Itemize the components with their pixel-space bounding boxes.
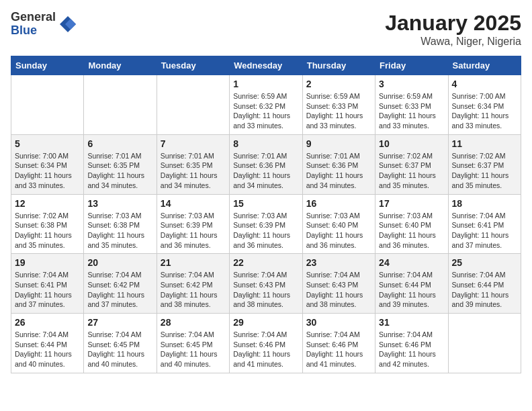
day-number: 19 xyxy=(15,257,80,268)
calendar-cell: 3Sunrise: 6:59 AM Sunset: 6:33 PM Daylig… xyxy=(375,75,448,135)
location: Wawa, Niger, Nigeria xyxy=(385,36,521,48)
day-info: Sunrise: 7:03 AM Sunset: 6:40 PM Dayligh… xyxy=(306,211,371,250)
calendar-cell: 22Sunrise: 7:04 AM Sunset: 6:43 PM Dayli… xyxy=(230,254,302,314)
calendar-cell: 30Sunrise: 7:04 AM Sunset: 6:46 PM Dayli… xyxy=(302,314,375,373)
day-info: Sunrise: 6:59 AM Sunset: 6:33 PM Dayligh… xyxy=(379,91,444,131)
weekday-header-row: SundayMondayTuesdayWednesdayThursdayFrid… xyxy=(11,56,521,75)
day-number: 24 xyxy=(379,257,444,268)
day-number: 25 xyxy=(452,257,517,268)
title-area: January 2025 Wawa, Niger, Nigeria xyxy=(385,11,521,48)
page-header: General Blue January 2025 Wawa, Niger, N… xyxy=(11,11,521,48)
day-number: 23 xyxy=(306,257,371,268)
day-number: 6 xyxy=(87,138,152,149)
day-number: 9 xyxy=(306,138,371,149)
logo-general: General xyxy=(11,11,56,24)
day-number: 21 xyxy=(161,257,226,268)
day-info: Sunrise: 7:04 AM Sunset: 6:44 PM Dayligh… xyxy=(452,270,517,310)
day-number: 11 xyxy=(452,138,517,149)
day-info: Sunrise: 7:04 AM Sunset: 6:43 PM Dayligh… xyxy=(233,270,298,310)
day-info: Sunrise: 7:04 AM Sunset: 6:43 PM Dayligh… xyxy=(306,270,371,310)
calendar-cell: 12Sunrise: 7:02 AM Sunset: 6:38 PM Dayli… xyxy=(11,194,84,254)
day-info: Sunrise: 7:02 AM Sunset: 6:37 PM Dayligh… xyxy=(379,151,444,191)
day-info: Sunrise: 7:04 AM Sunset: 6:41 PM Dayligh… xyxy=(452,211,517,250)
calendar-week-3: 12Sunrise: 7:02 AM Sunset: 6:38 PM Dayli… xyxy=(11,194,521,254)
calendar-cell: 2Sunrise: 6:59 AM Sunset: 6:33 PM Daylig… xyxy=(302,75,375,135)
day-info: Sunrise: 7:01 AM Sunset: 6:36 PM Dayligh… xyxy=(233,151,298,191)
calendar-cell: 15Sunrise: 7:03 AM Sunset: 6:39 PM Dayli… xyxy=(230,194,302,254)
calendar-cell: 29Sunrise: 7:04 AM Sunset: 6:46 PM Dayli… xyxy=(230,314,302,373)
day-number: 4 xyxy=(452,79,517,89)
day-info: Sunrise: 6:59 AM Sunset: 6:32 PM Dayligh… xyxy=(233,91,298,131)
day-number: 7 xyxy=(161,138,226,149)
day-info: Sunrise: 7:03 AM Sunset: 6:40 PM Dayligh… xyxy=(379,211,444,250)
day-info: Sunrise: 7:04 AM Sunset: 6:44 PM Dayligh… xyxy=(379,270,444,310)
calendar-cell: 26Sunrise: 7:04 AM Sunset: 6:44 PM Dayli… xyxy=(11,314,84,373)
day-info: Sunrise: 6:59 AM Sunset: 6:33 PM Dayligh… xyxy=(306,91,371,131)
month-title: January 2025 xyxy=(385,11,521,36)
calendar-cell: 4Sunrise: 7:00 AM Sunset: 6:34 PM Daylig… xyxy=(448,75,521,135)
day-number: 17 xyxy=(379,198,444,209)
day-number: 30 xyxy=(306,317,371,328)
day-number: 22 xyxy=(233,257,298,268)
day-number: 16 xyxy=(306,198,371,209)
calendar-cell: 6Sunrise: 7:01 AM Sunset: 6:35 PM Daylig… xyxy=(84,134,157,194)
logo-blue: Blue xyxy=(11,24,56,38)
calendar-cell: 31Sunrise: 7:04 AM Sunset: 6:46 PM Dayli… xyxy=(375,314,448,373)
day-number: 28 xyxy=(161,317,226,328)
day-number: 26 xyxy=(15,317,80,328)
calendar-cell xyxy=(448,314,521,373)
calendar-cell: 21Sunrise: 7:04 AM Sunset: 6:42 PM Dayli… xyxy=(157,254,229,314)
day-number: 20 xyxy=(87,257,152,268)
calendar-table: SundayMondayTuesdayWednesdayThursdayFrid… xyxy=(11,56,521,373)
day-number: 3 xyxy=(379,79,444,89)
day-number: 8 xyxy=(233,138,298,149)
day-info: Sunrise: 7:04 AM Sunset: 6:42 PM Dayligh… xyxy=(161,270,226,310)
weekday-header-sunday: Sunday xyxy=(11,56,84,75)
day-number: 31 xyxy=(379,317,444,328)
day-info: Sunrise: 7:01 AM Sunset: 6:35 PM Dayligh… xyxy=(87,151,152,191)
weekday-header-wednesday: Wednesday xyxy=(230,56,302,75)
calendar-cell: 9Sunrise: 7:01 AM Sunset: 6:36 PM Daylig… xyxy=(302,134,375,194)
calendar-cell xyxy=(84,75,157,135)
day-number: 12 xyxy=(15,198,80,209)
day-number: 10 xyxy=(379,138,444,149)
day-number: 15 xyxy=(233,198,298,209)
day-info: Sunrise: 7:04 AM Sunset: 6:46 PM Dayligh… xyxy=(379,330,444,369)
calendar-cell: 13Sunrise: 7:03 AM Sunset: 6:38 PM Dayli… xyxy=(84,194,157,254)
weekday-header-monday: Monday xyxy=(84,56,157,75)
calendar-cell xyxy=(11,75,84,135)
day-number: 1 xyxy=(233,79,298,89)
day-number: 2 xyxy=(306,79,371,89)
day-info: Sunrise: 7:03 AM Sunset: 6:39 PM Dayligh… xyxy=(233,211,298,250)
calendar-cell: 19Sunrise: 7:04 AM Sunset: 6:41 PM Dayli… xyxy=(11,254,84,314)
day-info: Sunrise: 7:03 AM Sunset: 6:38 PM Dayligh… xyxy=(87,211,152,250)
day-info: Sunrise: 7:04 AM Sunset: 6:45 PM Dayligh… xyxy=(161,330,226,369)
day-number: 18 xyxy=(452,198,517,209)
calendar-cell: 5Sunrise: 7:00 AM Sunset: 6:34 PM Daylig… xyxy=(11,134,84,194)
calendar-cell: 16Sunrise: 7:03 AM Sunset: 6:40 PM Dayli… xyxy=(302,194,375,254)
calendar-cell: 7Sunrise: 7:01 AM Sunset: 6:35 PM Daylig… xyxy=(157,134,229,194)
calendar-cell xyxy=(157,75,229,135)
calendar-cell: 24Sunrise: 7:04 AM Sunset: 6:44 PM Dayli… xyxy=(375,254,448,314)
calendar-week-5: 26Sunrise: 7:04 AM Sunset: 6:44 PM Dayli… xyxy=(11,314,521,373)
day-info: Sunrise: 7:04 AM Sunset: 6:46 PM Dayligh… xyxy=(306,330,371,369)
calendar-cell: 11Sunrise: 7:02 AM Sunset: 6:37 PM Dayli… xyxy=(448,134,521,194)
day-info: Sunrise: 7:02 AM Sunset: 6:38 PM Dayligh… xyxy=(15,211,80,250)
calendar-cell: 23Sunrise: 7:04 AM Sunset: 6:43 PM Dayli… xyxy=(302,254,375,314)
day-info: Sunrise: 7:00 AM Sunset: 6:34 PM Dayligh… xyxy=(15,151,80,191)
calendar-cell: 1Sunrise: 6:59 AM Sunset: 6:32 PM Daylig… xyxy=(230,75,302,135)
weekday-header-friday: Friday xyxy=(375,56,448,75)
day-info: Sunrise: 7:04 AM Sunset: 6:45 PM Dayligh… xyxy=(87,330,152,369)
calendar-week-1: 1Sunrise: 6:59 AM Sunset: 6:32 PM Daylig… xyxy=(11,75,521,135)
weekday-header-thursday: Thursday xyxy=(302,56,375,75)
day-info: Sunrise: 7:03 AM Sunset: 6:39 PM Dayligh… xyxy=(161,211,226,250)
day-info: Sunrise: 7:04 AM Sunset: 6:44 PM Dayligh… xyxy=(15,330,80,369)
day-number: 14 xyxy=(161,198,226,209)
weekday-header-tuesday: Tuesday xyxy=(157,56,229,75)
calendar-cell: 10Sunrise: 7:02 AM Sunset: 6:37 PM Dayli… xyxy=(375,134,448,194)
day-number: 29 xyxy=(233,317,298,328)
day-info: Sunrise: 7:01 AM Sunset: 6:36 PM Dayligh… xyxy=(306,151,371,191)
day-number: 27 xyxy=(87,317,152,328)
logo: General Blue xyxy=(11,11,77,38)
calendar-cell: 17Sunrise: 7:03 AM Sunset: 6:40 PM Dayli… xyxy=(375,194,448,254)
